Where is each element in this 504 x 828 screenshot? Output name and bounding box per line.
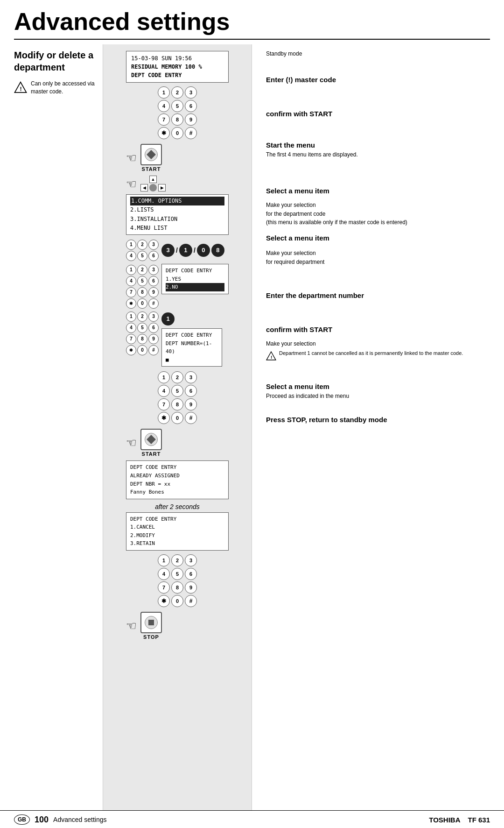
key2-7[interactable]: 7 <box>158 398 170 410</box>
key3-7[interactable]: 7 <box>158 581 170 594</box>
key-9[interactable]: 9 <box>185 113 197 126</box>
sk-star[interactable]: ✱ <box>126 345 136 355</box>
key-1[interactable]: 1 <box>158 86 170 99</box>
dk-hash[interactable]: # <box>148 298 159 309</box>
warning-inline-text: Department 1 cannot be cancelled as it i… <box>279 350 463 357</box>
nk-2[interactable]: 2 <box>137 240 147 250</box>
nk-4[interactable]: 4 <box>126 251 136 261</box>
highlight-single-1: 1 <box>161 312 175 326</box>
dk-7[interactable]: 7 <box>126 287 136 297</box>
start-button-1[interactable] <box>140 144 162 165</box>
key-2[interactable]: 2 <box>171 86 183 99</box>
sk-5[interactable]: 5 <box>137 323 147 333</box>
step11-text: Proceed as indicated in the menu <box>266 392 495 400</box>
footer-page-number: 100 <box>35 815 49 825</box>
dk-6[interactable]: 6 <box>148 276 159 286</box>
highlight-0: 0 <box>197 244 210 257</box>
after-2-seconds-label: after 2 seconds <box>155 503 200 510</box>
sk-1[interactable]: 1 <box>126 311 136 322</box>
step11: Select a menu item Proceed as indicated … <box>266 382 495 400</box>
sk-3[interactable]: 3 <box>148 311 159 322</box>
key-3[interactable]: 3 <box>185 86 197 99</box>
nk-6[interactable]: 6 <box>148 251 159 261</box>
key3-9[interactable]: 9 <box>185 581 197 594</box>
key-4[interactable]: 4 <box>158 100 170 112</box>
dk-9[interactable]: 9 <box>148 287 159 297</box>
dk-1[interactable]: 1 <box>126 265 136 275</box>
footer-badge: GB <box>14 814 30 825</box>
dept-box-3: DEPT CODE ENTRY 1.CANCEL 2.MODIFY 3.RETA… <box>126 512 229 551</box>
hand-pointer-icon-4: ☞ <box>126 619 137 633</box>
key-7[interactable]: 7 <box>158 113 170 126</box>
key2-3[interactable]: 3 <box>185 371 197 383</box>
key3-5[interactable]: 5 <box>171 568 183 580</box>
step3: Start the menu The first 4 menu items ar… <box>266 140 495 159</box>
step2: confirm with START <box>266 109 495 119</box>
key3-8[interactable]: 8 <box>171 581 183 594</box>
dk-8[interactable]: 8 <box>137 287 147 297</box>
start-label-2: START <box>142 451 161 457</box>
sk-7[interactable]: 7 <box>126 334 136 344</box>
key-6[interactable]: 6 <box>185 100 197 112</box>
nk-1[interactable]: 1 <box>126 240 136 250</box>
assigned-line-4: Fanny Bones <box>130 488 224 496</box>
step7: Make your selection for required departm… <box>266 248 495 266</box>
stop-button-wrap: STOP <box>140 612 162 640</box>
sk-0[interactable]: 0 <box>137 345 147 355</box>
key3-2[interactable]: 2 <box>171 554 183 566</box>
key3-star[interactable]: ✱ <box>158 595 170 607</box>
sk-9[interactable]: 9 <box>148 334 159 344</box>
nav-right[interactable]: ▶ <box>158 184 166 191</box>
key-5[interactable]: 5 <box>171 100 183 112</box>
key-0[interactable]: 0 <box>171 127 183 139</box>
key2-2[interactable]: 2 <box>171 371 183 383</box>
start-button-2[interactable] <box>140 429 162 450</box>
nav-left[interactable]: ◀ <box>140 184 148 191</box>
key2-8[interactable]: 8 <box>171 398 183 410</box>
nav-up[interactable]: ▲ <box>149 176 157 183</box>
key2-9[interactable]: 9 <box>185 398 197 410</box>
stop-button[interactable] <box>140 612 162 633</box>
assigned-box: DEPT CODE ENTRY ALREADY ASSIGNED DEPT NB… <box>126 460 229 499</box>
screen-line-1: 15-03-98 SUN 19:56 <box>131 54 224 63</box>
dk-4[interactable]: 4 <box>126 276 136 286</box>
key3-hash[interactable]: # <box>185 595 197 607</box>
sk-4[interactable]: 4 <box>126 323 136 333</box>
dk-0[interactable]: 0 <box>137 298 147 309</box>
key3-3[interactable]: 3 <box>185 554 197 566</box>
key3-1[interactable]: 1 <box>158 554 170 566</box>
dk-5[interactable]: 5 <box>137 276 147 286</box>
key2-4[interactable]: 4 <box>158 385 170 397</box>
warning-inline: ! Department 1 cannot be cancelled as it… <box>266 350 495 361</box>
key2-0[interactable]: 0 <box>171 412 183 424</box>
dk-3[interactable]: 3 <box>148 265 159 275</box>
sk-2[interactable]: 2 <box>137 311 147 322</box>
key2-1[interactable]: 1 <box>158 371 170 383</box>
nk-3[interactable]: 3 <box>148 240 159 250</box>
key2-hash[interactable]: # <box>185 412 197 424</box>
dk-star[interactable]: ✱ <box>126 298 136 309</box>
key3-6[interactable]: 6 <box>185 568 197 580</box>
key-star[interactable]: ✱ <box>158 127 170 139</box>
sk-hash[interactable]: # <box>148 345 159 355</box>
sk-8[interactable]: 8 <box>137 334 147 344</box>
sk-6[interactable]: 6 <box>148 323 159 333</box>
hand-pointer-icon-1: ☞ <box>126 151 137 165</box>
key2-6[interactable]: 6 <box>185 385 197 397</box>
section-heading: Modify or delete a department <box>14 49 96 73</box>
screen-display-1: 15-03-98 SUN 19:56 RESIDUAL MEMORY 100 %… <box>126 51 229 83</box>
key3-4[interactable]: 4 <box>158 568 170 580</box>
key2-star[interactable]: ✱ <box>158 412 170 424</box>
num-select-row: 1 2 3 4 5 6 3 / 1 / 0 8 <box>126 240 229 261</box>
key3-0[interactable]: 0 <box>171 595 183 607</box>
footer-left: GB 100 Advanced settings <box>14 814 106 825</box>
step5-text2: for the department code <box>266 210 495 218</box>
key2-5[interactable]: 5 <box>171 385 183 397</box>
nk-5[interactable]: 5 <box>137 251 147 261</box>
step6: Select a menu item <box>266 233 495 243</box>
left-column: Modify or delete a department ! Can only… <box>0 44 103 810</box>
key-8[interactable]: 8 <box>171 113 183 126</box>
stop-inner <box>145 616 158 629</box>
key-hash[interactable]: # <box>185 127 197 139</box>
dk-2[interactable]: 2 <box>137 265 147 275</box>
